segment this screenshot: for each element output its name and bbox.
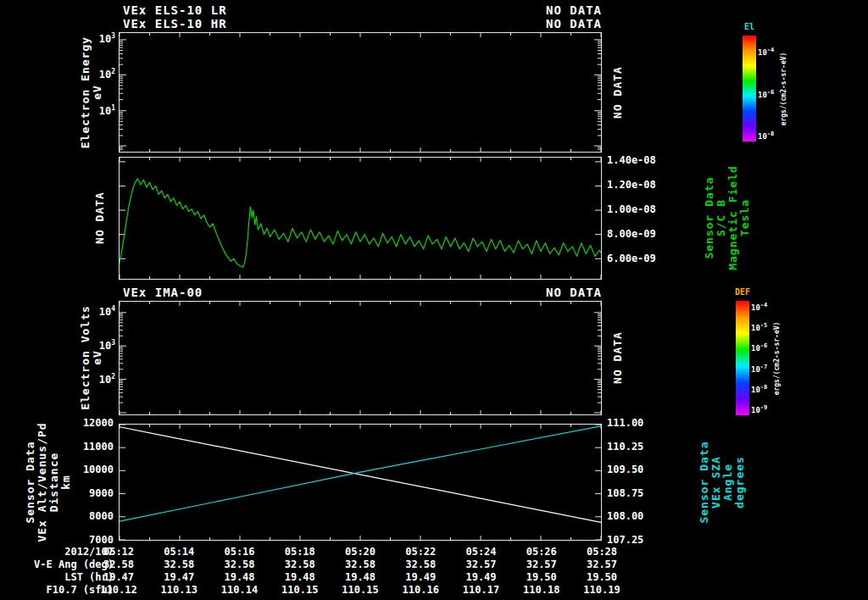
- colorbar-units-label: ergs/(cm2-s-sr-eV): [773, 321, 781, 395]
- table-cell: 110.15: [333, 584, 387, 596]
- ytick-label: 103: [76, 339, 115, 352]
- colorbar: [736, 301, 749, 415]
- table-cell: 19.50: [575, 571, 629, 583]
- colorbar-tick-label: 10-4: [751, 302, 767, 312]
- table-cell: 19.48: [333, 571, 387, 583]
- mag-ytick-label: 6.00e-09: [607, 253, 656, 264]
- els-no-data-label: NO DATA: [612, 66, 624, 119]
- table-cell: 32.58: [333, 558, 387, 570]
- altitude-ytick-label: 9000: [75, 487, 114, 499]
- colorbar-tick-label: 10-8: [751, 384, 767, 394]
- table-cell: 19.47: [92, 571, 146, 583]
- mag-y-axis-label: Sensor Data S/C B Magnetic Field Tesla: [704, 165, 751, 270]
- table-cell: 19.48: [273, 571, 327, 583]
- sza-ytick-label: 107.25: [607, 534, 643, 546]
- table-cell: 110.18: [515, 584, 569, 596]
- altitude-trace: [120, 427, 601, 523]
- table-cell: 32.58: [393, 558, 448, 570]
- time-tick-label: 05:20: [335, 546, 386, 558]
- colorbar-title: DEF: [727, 287, 758, 297]
- time-tick-label: 05:28: [576, 546, 627, 558]
- table-cell: 32.58: [152, 558, 206, 570]
- time-tick-label: 05:24: [456, 546, 507, 558]
- altitude-ytick-label: 12000: [75, 417, 114, 429]
- ytick-label: 102: [76, 373, 115, 386]
- ima-status: NO DATA: [475, 286, 602, 299]
- table-cell: 19.50: [515, 571, 569, 583]
- ima-title: VEx IMA-00: [123, 286, 203, 299]
- table-cell: 32.57: [454, 558, 509, 570]
- table-cell: 110.19: [575, 584, 629, 596]
- sza-ytick-label: 109.50: [607, 464, 643, 475]
- table-cell: 110.12: [92, 584, 146, 596]
- els-y-axis-label: Electron Energy eV: [80, 36, 103, 148]
- time-tick-label: 05:18: [275, 546, 326, 558]
- colorbar-tick-label: 10-4: [758, 47, 774, 57]
- sza-ytick-label: 111.00: [607, 417, 643, 429]
- colorbar-tick-label: 10-9: [751, 404, 767, 414]
- colorbar-tick-label: 10-7: [751, 364, 767, 374]
- colorbar-tick-label: 10-6: [758, 89, 774, 99]
- colorbar-tick-label: 10-8: [758, 131, 774, 141]
- table-cell: 19.49: [393, 571, 448, 583]
- panel-els-hr-spectrogram: [119, 32, 602, 153]
- plot-area: [120, 302, 601, 414]
- sza-ytick-label: 108.00: [607, 510, 643, 522]
- table-cell: 19.47: [152, 571, 206, 583]
- time-tick-label: 05:26: [516, 546, 567, 558]
- colorbar: [743, 36, 756, 142]
- sza-y-axis-label: Sensor Data VEx SZA Angle degrees: [698, 441, 746, 523]
- mag-ytick-label: 1.40e-08: [607, 154, 656, 166]
- colorbar-tick-label: 10-5: [751, 322, 767, 332]
- table-cell: 110.16: [393, 584, 448, 596]
- altitude-ytick-label: 7000: [75, 534, 114, 546]
- time-tick-label: 05:14: [153, 546, 204, 558]
- sza-ytick-label: 110.25: [607, 441, 643, 453]
- mag-ytick-label: 8.00e-09: [607, 228, 656, 240]
- table-cell: 32.57: [515, 558, 569, 570]
- magnetic-field-trace: [120, 179, 601, 267]
- altitude-ytick-label: 10000: [75, 464, 114, 475]
- els-lr-status: NO DATA: [475, 3, 602, 17]
- els-hr-title: VEx ELS-10 HR: [123, 17, 227, 31]
- panel-magnetic-field: [119, 157, 602, 280]
- ima-y-axis-label: Electron Volts eV: [80, 305, 103, 410]
- colorbar-tick-label: 10-6: [751, 342, 767, 353]
- mag-ytick-label: 1.20e-08: [607, 179, 656, 191]
- ytick-label: 101: [76, 104, 115, 117]
- quicklook-plot-canvas: VEx ELS-10 LR NO DATA VEx ELS-10 HR NO D…: [0, 0, 868, 600]
- table-cell: 32.57: [575, 558, 629, 570]
- plot-area: [120, 425, 601, 540]
- ytick-label: 103: [76, 32, 115, 45]
- panel-ima-spectrogram: [119, 301, 602, 415]
- mag-no-data-label: NO DATA: [94, 192, 106, 244]
- table-cell: 110.17: [454, 584, 509, 596]
- time-tick-label: 05:16: [214, 546, 265, 558]
- panel-trajectory: [119, 424, 602, 541]
- altitude-ytick-label: 8000: [75, 510, 114, 522]
- table-cell: 110.14: [213, 584, 267, 596]
- els-hr-status: NO DATA: [475, 17, 602, 31]
- plot-area: [120, 33, 601, 152]
- colorbar-title: El: [734, 22, 765, 31]
- plot-area: [120, 158, 601, 279]
- altitude-y-axis-label: Sensor Data VEx Alt/Venus/Pd Distance km: [25, 422, 72, 542]
- time-tick-label: 05:12: [93, 546, 144, 558]
- time-tick-label: 05:22: [395, 546, 446, 558]
- els-lr-title: VEx ELS-10 LR: [123, 3, 227, 17]
- table-cell: 110.13: [152, 584, 206, 596]
- table-cell: 32.58: [213, 558, 267, 570]
- table-cell: 19.49: [454, 571, 509, 583]
- ytick-label: 102: [76, 68, 115, 81]
- altitude-ytick-label: 11000: [75, 441, 114, 453]
- table-cell: 32.58: [92, 558, 146, 570]
- ima-no-data-label: NO DATA: [612, 331, 624, 384]
- colorbar-units-label: ergs/(cm2-s-sr-eV): [780, 52, 787, 125]
- table-cell: 110.15: [273, 584, 327, 596]
- sza-trace: [120, 426, 601, 521]
- mag-ytick-label: 1.00e-08: [607, 203, 656, 215]
- ytick-label: 104: [76, 305, 115, 318]
- sza-ytick-label: 108.75: [607, 487, 643, 499]
- table-cell: 32.58: [273, 558, 327, 570]
- table-cell: 19.48: [213, 571, 267, 583]
